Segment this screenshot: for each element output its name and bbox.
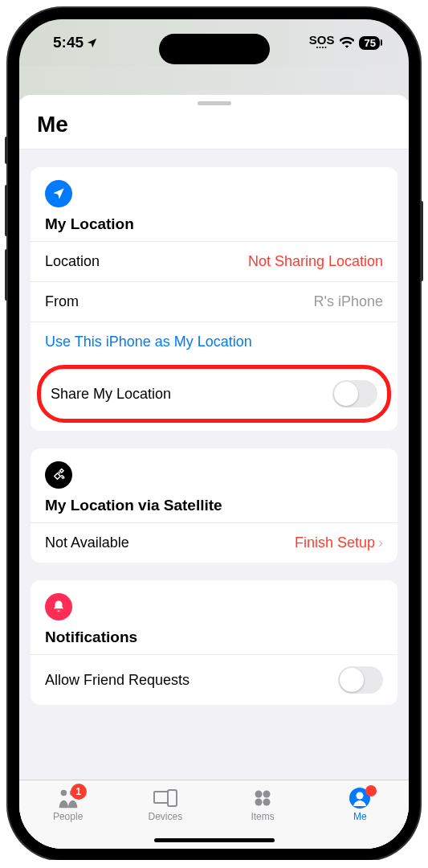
use-this-iphone-link[interactable]: Use This iPhone as My Location xyxy=(31,321,397,362)
location-row[interactable]: Location Not Sharing Location xyxy=(31,241,397,281)
satellite-status-row[interactable]: Not Available Finish Setup › xyxy=(31,522,397,563)
allow-friend-requests-row[interactable]: Allow Friend Requests xyxy=(31,654,397,705)
notifications-title: Notifications xyxy=(45,628,383,646)
tab-people[interactable]: 1 People xyxy=(40,787,96,822)
content-scroll[interactable]: My Location Location Not Sharing Locatio… xyxy=(19,149,409,780)
tab-items-label: Items xyxy=(251,811,274,822)
sheet-title: Me xyxy=(19,105,409,149)
svg-point-5 xyxy=(263,791,271,798)
satellite-status-label: Not Available xyxy=(45,534,129,551)
notifications-card: Notifications Allow Friend Requests xyxy=(31,580,397,705)
my-location-title: My Location xyxy=(45,215,383,233)
screen: 5:45 SOS •••• 75 Me xyxy=(19,19,409,849)
tab-me-label: Me xyxy=(353,811,367,822)
highlight-annotation: Share My Location xyxy=(37,365,391,423)
share-my-location-label: Share My Location xyxy=(51,386,171,403)
location-label: Location xyxy=(45,253,100,270)
satellite-icon xyxy=(45,461,72,489)
share-my-location-toggle[interactable] xyxy=(332,380,377,407)
volume-up-button xyxy=(5,185,8,236)
finish-setup-link[interactable]: Finish Setup › xyxy=(295,534,383,551)
svg-point-4 xyxy=(255,791,263,798)
me-badge-dot xyxy=(365,785,377,796)
battery-indicator: 75 xyxy=(359,36,380,50)
location-value: Not Sharing Location xyxy=(248,253,383,270)
from-row[interactable]: From R's iPhone xyxy=(31,281,397,321)
svg-point-7 xyxy=(263,799,271,806)
satellite-card: My Location via Satellite Not Available … xyxy=(31,448,397,563)
svg-rect-3 xyxy=(168,790,177,806)
tab-bar: 1 People Devices Items xyxy=(19,780,409,849)
from-value: R's iPhone xyxy=(314,293,383,310)
tab-people-label: People xyxy=(53,811,83,822)
allow-friend-requests-toggle[interactable] xyxy=(338,666,383,694)
volume-down-button xyxy=(5,249,8,301)
location-services-icon xyxy=(86,37,98,49)
chevron-right-icon: › xyxy=(378,534,383,551)
satellite-title: My Location via Satellite xyxy=(45,497,383,514)
home-indicator[interactable] xyxy=(154,838,275,842)
devices-icon xyxy=(153,787,177,809)
me-sheet: Me My Location Location Not Sharing Loca… xyxy=(19,95,409,849)
silent-switch xyxy=(5,137,8,164)
phone-frame: 5:45 SOS •••• 75 Me xyxy=(8,8,420,860)
dynamic-island xyxy=(159,34,270,64)
tab-devices[interactable]: Devices xyxy=(137,787,194,822)
svg-point-6 xyxy=(255,799,263,806)
allow-friend-requests-label: Allow Friend Requests xyxy=(45,672,190,689)
sos-indicator: SOS •••• xyxy=(309,35,335,50)
tab-me[interactable]: Me xyxy=(332,787,388,822)
status-time: 5:45 xyxy=(53,34,84,51)
my-location-card: My Location Location Not Sharing Locatio… xyxy=(31,167,397,431)
items-icon xyxy=(251,787,275,809)
wifi-icon xyxy=(340,37,354,48)
tab-devices-label: Devices xyxy=(149,811,183,822)
from-label: From xyxy=(45,293,79,310)
power-button xyxy=(420,201,423,281)
tab-items[interactable]: Items xyxy=(234,787,291,822)
svg-point-0 xyxy=(60,790,67,796)
share-my-location-row[interactable]: Share My Location xyxy=(41,369,387,419)
location-arrow-icon xyxy=(45,180,72,207)
people-badge: 1 xyxy=(71,784,87,800)
svg-point-9 xyxy=(357,792,364,800)
bell-icon xyxy=(45,593,72,620)
